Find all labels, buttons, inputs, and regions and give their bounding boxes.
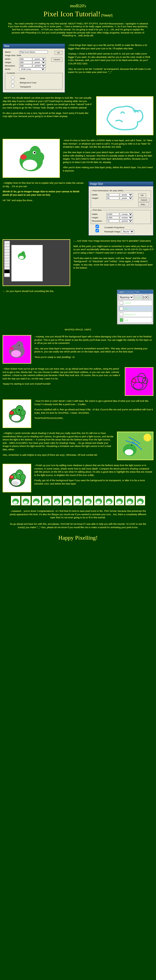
pr-unit[interactable]: pixels/inch bbox=[120, 219, 133, 223]
layer-row[interactable]: beta bbox=[118, 317, 152, 323]
svg-point-9 bbox=[19, 256, 24, 259]
step8-text-a: --Okee-dokee! Now you've got an image yo… bbox=[3, 367, 122, 380]
w-unit-2[interactable]: pixels bbox=[120, 193, 133, 196]
opacity-input[interactable] bbox=[142, 295, 148, 300]
width-input[interactable] bbox=[19, 57, 32, 60]
auto-button[interactable]: Auto... bbox=[138, 202, 149, 206]
pw-unit[interactable]: inches bbox=[120, 213, 133, 216]
pr-input[interactable] bbox=[106, 220, 119, 223]
mode-select[interactable]: RGB Color bbox=[19, 67, 45, 71]
ok-button[interactable]: OK bbox=[55, 51, 63, 55]
svg-point-25 bbox=[18, 409, 20, 410]
mini-icon bbox=[125, 496, 135, 505]
height-unit[interactable]: pixels bbox=[33, 61, 46, 64]
step4-text-c: Hit "OK" and enjoy the show... bbox=[3, 199, 85, 202]
subtitle: [Yaaay!] bbox=[101, 13, 112, 17]
flat-color-icon bbox=[3, 399, 31, 428]
layer-name: Outline bbox=[124, 302, 131, 304]
step1-text-a: --First things first! Open up a new file… bbox=[68, 44, 153, 50]
h-label-2: Height: bbox=[92, 197, 106, 200]
height-input[interactable] bbox=[19, 61, 32, 64]
mini-icon bbox=[73, 496, 83, 505]
canvas-window bbox=[11, 245, 43, 282]
step5-text-c: You'll also want to make two new layers.… bbox=[73, 257, 153, 270]
step11-text-b: Finally, get rid of the background layer… bbox=[34, 479, 153, 485]
svg-point-67 bbox=[138, 501, 142, 504]
size-label: Image Size: 264K bbox=[5, 54, 63, 57]
pw-input[interactable] bbox=[106, 213, 119, 216]
pd-legend: Pixel Dimensions: 8K (was 264K) bbox=[92, 189, 124, 192]
trans-radio[interactable] bbox=[6, 84, 19, 88]
res-input[interactable] bbox=[19, 64, 32, 67]
svg-point-15 bbox=[10, 347, 14, 350]
step2-text-a: --NEXT! You should sketch out what you w… bbox=[3, 96, 93, 109]
step6-text: --...So your layers should look somethin… bbox=[3, 290, 114, 293]
mini-icon bbox=[115, 496, 124, 505]
outline-icon bbox=[125, 367, 153, 396]
svg-point-41 bbox=[11, 476, 13, 477]
ri-label: Resample Image: bbox=[104, 231, 121, 233]
wasted-space-text: WASTED SPACE, OMFG bbox=[3, 328, 153, 331]
svg-point-10 bbox=[23, 253, 23, 254]
step3-text-a: --Now it's time to have fun with LAYERS!… bbox=[63, 139, 153, 149]
white-label: White bbox=[20, 77, 25, 80]
ph-unit[interactable]: inches bbox=[120, 216, 133, 219]
blend-select[interactable]: Normal bbox=[118, 295, 134, 300]
layer-row[interactable]: Outline bbox=[118, 300, 152, 305]
ri-select[interactable]: Bicubic bbox=[121, 230, 134, 233]
svg-point-39 bbox=[19, 474, 19, 474]
mini-icon bbox=[32, 496, 41, 505]
step7-text-c: *Now you're ready to start pixelling! =D bbox=[34, 356, 153, 359]
h-unit-2[interactable]: pixels bbox=[120, 196, 133, 200]
w-input-2[interactable] bbox=[106, 193, 119, 196]
layer-row[interactable]: Background bbox=[118, 312, 152, 317]
height-label: Height: bbox=[5, 61, 19, 64]
trans-label: Transparent bbox=[20, 86, 31, 88]
tool-palette[interactable] bbox=[4, 241, 10, 277]
icon-row bbox=[3, 496, 153, 505]
mini-icon bbox=[53, 496, 62, 505]
ph-input[interactable] bbox=[106, 216, 119, 219]
width-unit[interactable]: pixels bbox=[33, 57, 46, 61]
mini-icon bbox=[21, 496, 31, 505]
svg-point-19 bbox=[133, 382, 143, 389]
cp-label: Constrain Proportions bbox=[104, 226, 124, 229]
h-input-2[interactable] bbox=[106, 197, 119, 200]
new-file-dialog: New Name: OK Image Size: 264K Cancel Wid… bbox=[3, 44, 65, 93]
svg-point-61 bbox=[107, 501, 111, 504]
cancel-button-2[interactable]: Cancel bbox=[138, 198, 150, 202]
ok-button-2[interactable]: OK bbox=[138, 193, 146, 197]
step5-text-a: --...And Viola! Your image becomes teeny… bbox=[73, 239, 153, 243]
white-radio[interactable] bbox=[6, 76, 19, 79]
opacity-label: Opacity: bbox=[134, 297, 142, 299]
beta-color-image bbox=[3, 139, 60, 178]
pw-label: Width: bbox=[92, 213, 106, 216]
layer-name: Background bbox=[124, 313, 135, 316]
name-input[interactable] bbox=[19, 51, 48, 54]
step10-text-a: --Alrighty! A quick reminder about shadi… bbox=[3, 432, 114, 451]
step3-text-c: After you're done making your beta layer… bbox=[63, 166, 153, 172]
res-unit[interactable]: pixels/inch bbox=[33, 64, 46, 67]
svg-point-26 bbox=[10, 411, 14, 414]
svg-point-51 bbox=[55, 501, 59, 504]
svg-point-16 bbox=[131, 376, 147, 390]
step3-text-b: Use this new layer to trace over your sk… bbox=[63, 151, 153, 164]
svg-point-38 bbox=[19, 474, 20, 475]
channels-tab[interactable]: Channels bbox=[125, 291, 134, 293]
svg-point-28 bbox=[125, 449, 133, 455]
bg-radio[interactable] bbox=[6, 80, 19, 83]
layer-name: beta bbox=[124, 319, 129, 321]
mode-label: Mode: bbox=[5, 68, 19, 71]
svg-point-65 bbox=[128, 501, 132, 504]
ri-check[interactable] bbox=[91, 229, 104, 232]
paths-tab[interactable]: Paths bbox=[134, 291, 140, 293]
page-title: Pixel Icon Tutorial! bbox=[43, 10, 100, 18]
svg-point-36 bbox=[12, 481, 19, 485]
layer-row[interactable]: Base bbox=[118, 306, 152, 311]
author-text: medli20's bbox=[3, 3, 153, 9]
mini-icon bbox=[105, 496, 114, 505]
cancel-button[interactable]: Cancel bbox=[51, 57, 63, 62]
mini-icon bbox=[94, 496, 103, 505]
layers-tab[interactable]: Layers bbox=[118, 291, 125, 293]
cp-check[interactable] bbox=[91, 225, 104, 228]
